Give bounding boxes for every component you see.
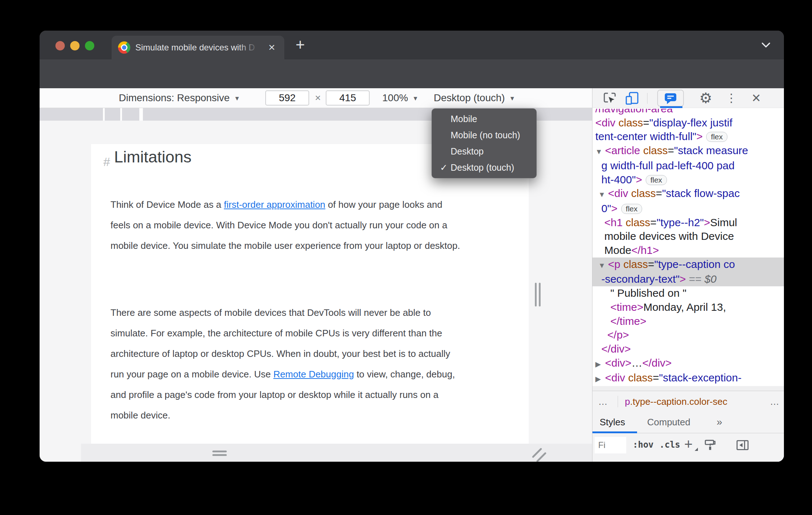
tree-line[interactable]: ▼<article class="stack measure	[595, 144, 784, 159]
devtools-close-icon[interactable]: ×	[748, 88, 764, 108]
dropdown-arrow-icon: ▼	[234, 95, 240, 102]
tree-line[interactable]: </p>	[595, 328, 784, 342]
dimensions-select[interactable]: Dimensions: Responsive▼	[119, 88, 240, 108]
heading-anchor-hash[interactable]: #	[103, 155, 110, 169]
tree-line[interactable]: </time>	[595, 314, 784, 328]
tree-line[interactable]: <time>Monday, April 13,	[595, 300, 784, 314]
breadcrumb: … p.type--caption.color-sec …	[592, 391, 784, 412]
console-drawer-button[interactable]	[657, 90, 684, 107]
tree-line[interactable]: ▼<p class="type--caption co	[592, 258, 784, 273]
checkmark-icon: ✓	[438, 160, 449, 176]
tree-hscrollbar[interactable]	[592, 386, 784, 391]
new-style-rule-button[interactable]: +	[684, 433, 693, 455]
tree-line[interactable]: mobile devices with Device	[595, 229, 784, 243]
viewport-width-input[interactable]	[265, 90, 309, 106]
sidebar-tabs: Styles Computed »	[592, 412, 784, 433]
viewport-height-input[interactable]	[326, 90, 370, 106]
dimensions-times: ×	[315, 88, 321, 108]
page-heading: Limitations	[114, 148, 191, 166]
breadcrumb-overflow-right[interactable]: …	[770, 391, 779, 412]
tree-line[interactable]: Mode</h1>	[595, 243, 784, 258]
chat-bubble-icon	[663, 92, 678, 105]
macos-zoom-button[interactable]	[85, 41, 94, 50]
tree-line[interactable]: tent-center width-full">flex	[595, 130, 784, 144]
tree-line[interactable]: /navigation-area	[595, 109, 784, 116]
chrome-favicon-icon	[118, 41, 130, 54]
styles-filter-bar: :hov .cls +	[592, 433, 784, 457]
devtools-settings-icon[interactable]: ⚙	[698, 88, 714, 108]
styles-filter-input[interactable]	[595, 437, 626, 453]
hov-toggle[interactable]: :hov	[633, 433, 654, 456]
menu-item-label: Mobile (no touch)	[451, 127, 520, 143]
breadcrumb-overflow-left[interactable]: …	[598, 391, 608, 412]
new-style-rule-dropdown-triangle	[695, 448, 698, 451]
browser-window: Simulate mobile devices with D × +	[40, 31, 784, 462]
menu-item-label: Desktop	[451, 143, 484, 160]
tree-line[interactable]: ▼<div class="stack flow-spac	[595, 187, 784, 202]
remote-debugging-link[interactable]: Remote Debugging	[273, 369, 354, 380]
tree-line[interactable]: ▶<div class="stack-exception-	[595, 371, 784, 386]
tab-styles[interactable]: Styles	[600, 412, 625, 432]
device-type-menu: MobileMobile (no touch)Desktop✓Desktop (…	[432, 108, 537, 178]
zoom-select[interactable]: 100%▼	[382, 88, 418, 108]
breadcrumb-selected-node[interactable]: p.type--caption.color-sec	[625, 391, 727, 412]
device-type-menu-item[interactable]: ✓Desktop (touch)	[432, 160, 536, 176]
tree-line[interactable]: -secondary-text"> == $0	[592, 272, 784, 286]
tab-search-chevron-icon[interactable]	[761, 41, 771, 49]
sidebar-toggle-icon[interactable]	[736, 438, 750, 453]
tab-computed[interactable]: Computed	[647, 412, 690, 432]
devtools-more-icon[interactable]: ⋮	[724, 88, 739, 108]
page-bottom-strip	[81, 444, 592, 462]
device-type-menu-item[interactable]: Mobile	[432, 111, 536, 127]
tree-line[interactable]: <div class="display-flex justif	[595, 116, 784, 130]
device-toolbar-toggle-icon[interactable]	[625, 91, 639, 106]
menu-item-label: Mobile	[451, 111, 477, 127]
rendering-emulation-icon[interactable]	[703, 438, 718, 453]
nav-toolbar: localhost:8080/docs/devtools/device-mode…	[40, 59, 784, 88]
panel-bottom-filler	[592, 457, 784, 462]
browser-tab[interactable]: Simulate mobile devices with D ×	[112, 36, 284, 59]
device-toolbar: Dimensions: Responsive▼ × 100%▼ Desktop …	[40, 88, 592, 108]
devtools-toolbar: ⚙ ⋮ ×	[592, 88, 784, 108]
tree-line[interactable]: " Published on "	[595, 286, 784, 300]
dropdown-arrow-icon: ▼	[509, 95, 515, 102]
tab-close-icon[interactable]: ×	[265, 41, 279, 54]
menu-item-label: Desktop (touch)	[451, 160, 514, 176]
toolbar-separator	[647, 93, 648, 104]
tree-line[interactable]: ht-400">flex	[595, 173, 784, 187]
device-type-menu-item[interactable]: Mobile (no touch)	[432, 127, 536, 143]
elements-tree: /navigation-area<div class="display-flex…	[592, 109, 784, 386]
macos-close-button[interactable]	[55, 41, 65, 50]
macos-minimize-button[interactable]	[70, 41, 80, 50]
inspect-element-icon[interactable]	[603, 91, 617, 106]
devtools-panel: /navigation-area<div class="display-flex…	[592, 108, 784, 462]
device-type-select[interactable]: Desktop (touch)▼	[434, 88, 515, 108]
tree-line[interactable]: <h1 class="type--h2">Simul	[595, 216, 784, 230]
dropdown-arrow-icon: ▼	[412, 95, 419, 102]
tree-line[interactable]: ▶<div>…</div>	[595, 356, 784, 371]
tab-strip: Simulate mobile devices with D × +	[40, 31, 784, 59]
first-order-approximation-link[interactable]: first-order approximation	[224, 199, 325, 210]
paragraph-1: Think of Device Mode as a first-order ap…	[110, 194, 461, 256]
tree-line[interactable]: g width-full pad-left-400 pad	[595, 159, 784, 173]
screenshot-stage: Simulate mobile devices with D × +	[0, 0, 812, 515]
device-type-menu-item[interactable]: Desktop	[432, 143, 536, 160]
breadcrumb-separator	[618, 396, 618, 407]
tab-title-fade	[238, 36, 263, 59]
new-tab-button[interactable]: +	[292, 36, 309, 54]
cls-toggle[interactable]: .cls	[659, 433, 680, 456]
tree-line[interactable]: </div>	[595, 342, 784, 356]
paragraph-2: There are some aspects of mobile devices…	[110, 303, 461, 426]
tree-line[interactable]: 0">flex	[595, 202, 784, 216]
tabs-overflow-chevrons[interactable]: »	[717, 412, 722, 432]
article-card: # Limitations Think of Device Mode as a …	[91, 144, 529, 444]
